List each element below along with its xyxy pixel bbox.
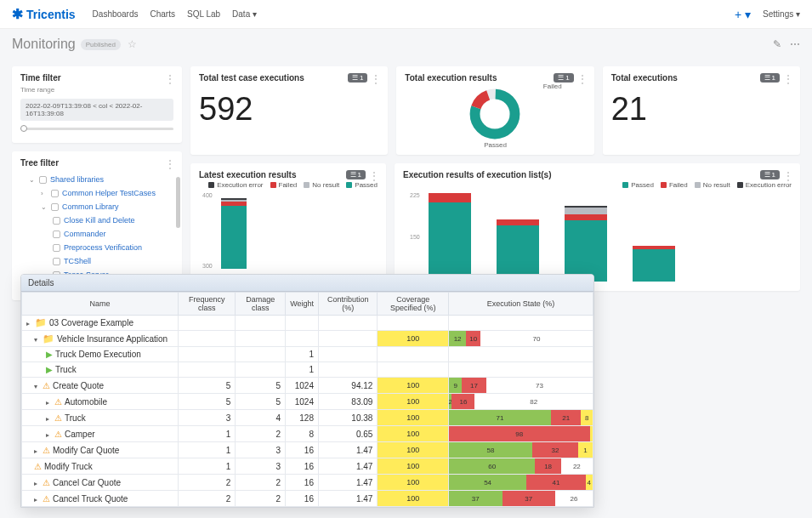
published-badge: Published bbox=[81, 39, 121, 50]
cell-weight: 16 bbox=[286, 458, 319, 475]
table-header-row: Name Frequency class Damage class Weight… bbox=[22, 293, 593, 316]
time-range-pill[interactable]: 2022-02-09T13:39:08 < col < 2022-02-16T1… bbox=[20, 99, 173, 121]
bar bbox=[429, 192, 471, 282]
cell-coverage bbox=[378, 316, 449, 331]
scrollbar[interactable] bbox=[176, 177, 180, 228]
slider-handle-icon[interactable] bbox=[20, 125, 27, 132]
tree-toggle-icon[interactable]: ▾ bbox=[34, 383, 41, 390]
filter-badge[interactable]: ☰ 1 bbox=[760, 73, 780, 83]
new-button[interactable]: + ▾ bbox=[735, 8, 751, 21]
logo-icon: ✱ bbox=[12, 6, 23, 22]
checkbox-icon[interactable] bbox=[39, 176, 47, 184]
tree-item[interactable]: ⌄Common Library bbox=[20, 200, 173, 213]
cell-coverage: 100 bbox=[378, 394, 449, 410]
tree-item[interactable]: ⌄Shared libraries bbox=[20, 173, 173, 186]
cell-dmg: 4 bbox=[236, 410, 286, 426]
checkbox-icon[interactable] bbox=[51, 190, 59, 197]
checkbox-icon[interactable] bbox=[51, 203, 59, 211]
latest-exec-results-panel: Latest execution results ☰ 1 ⋮ Execution… bbox=[190, 163, 386, 291]
table-row[interactable]: ▸⚠Camper1280.6510098 bbox=[22, 426, 593, 442]
panel-menu-icon[interactable]: ⋮ bbox=[369, 170, 379, 182]
cell-dmg bbox=[236, 316, 286, 331]
checkbox-icon[interactable] bbox=[53, 231, 60, 238]
row-name: 03 Coverage Example bbox=[49, 318, 133, 327]
cell-dmg: 3 bbox=[236, 442, 286, 458]
cell-dmg: 2 bbox=[236, 475, 286, 491]
table-row[interactable]: ▸⚠Cancel Truck Quote22161.47100373726 bbox=[22, 491, 593, 507]
nav-charts[interactable]: Charts bbox=[150, 9, 175, 19]
folder-icon: 📁 bbox=[35, 317, 47, 327]
tree-toggle-icon[interactable]: ▸ bbox=[26, 320, 33, 327]
cell-dmg: 2 bbox=[236, 426, 286, 442]
filter-badge[interactable]: ☰ 1 bbox=[348, 73, 367, 83]
checkbox-icon[interactable] bbox=[53, 217, 60, 225]
warn-icon: ⚠ bbox=[54, 413, 62, 423]
kpi-value: 21 bbox=[611, 91, 792, 128]
table-row[interactable]: ▸⚠Modify Car Quote13161.4710058321 bbox=[22, 442, 593, 458]
edit-icon[interactable]: ✎ bbox=[773, 38, 781, 50]
col-dmg[interactable]: Damage class bbox=[236, 293, 286, 316]
table-row[interactable]: ▸⚠Cancel Car Quote22161.4710054414 bbox=[22, 475, 593, 491]
table-row[interactable]: ▸📁03 Coverage Example bbox=[22, 316, 593, 331]
tree-item[interactable]: Close Kill and Delete bbox=[20, 213, 173, 227]
panel-menu-icon[interactable]: ⋮ bbox=[165, 158, 175, 170]
panel-menu-icon[interactable]: ⋮ bbox=[783, 73, 793, 85]
exec-results-lists-panel: Execution results of execution list(s) ☰… bbox=[395, 163, 800, 291]
table-row[interactable]: ▾⚠Create Quote55102494.1210091773 bbox=[22, 378, 593, 394]
checkbox-icon[interactable] bbox=[53, 244, 60, 252]
kpi-total-executions: Total executions ☰ 1 ⋮ 21 bbox=[603, 66, 800, 155]
tree-item[interactable]: TCShell bbox=[20, 254, 173, 268]
cell-dmg: 2 bbox=[236, 491, 286, 507]
table-row[interactable]: ▸⚠Automobile55102483.0910021682 bbox=[22, 394, 593, 410]
col-exec[interactable]: Execution State (%) bbox=[449, 293, 593, 316]
table-row[interactable]: ⚠Modify Truck13161.47100601822 bbox=[22, 458, 593, 475]
nav-dashboards[interactable]: Dashboards bbox=[93, 9, 139, 19]
table-row[interactable]: ▶Truck1 bbox=[22, 362, 593, 378]
brand-logo[interactable]: ✱ Tricentis bbox=[12, 6, 76, 22]
time-slider[interactable] bbox=[20, 128, 173, 136]
cell-coverage: 100 bbox=[378, 378, 449, 394]
nav-data[interactable]: Data ▾ bbox=[232, 9, 257, 19]
cell-exec-state bbox=[449, 316, 593, 331]
tree-toggle-icon[interactable]: ▸ bbox=[34, 480, 41, 487]
nav-sqllab[interactable]: SQL Lab bbox=[187, 9, 220, 19]
time-filter-panel: Time filter ⋮ Time range 2022-02-09T13:3… bbox=[12, 66, 182, 143]
page-header: Monitoring Published ☆ ✎ ⋯ bbox=[0, 29, 812, 60]
col-weight[interactable]: Weight bbox=[286, 293, 319, 316]
tree-toggle-icon[interactable]: ▾ bbox=[34, 336, 41, 344]
tree-item[interactable]: Preprocess Verification bbox=[20, 241, 173, 254]
table-row[interactable]: ▸⚠Truck3412810.3810071218 bbox=[22, 410, 593, 426]
filter-badge[interactable]: ☰ 1 bbox=[554, 73, 573, 83]
panel-menu-icon[interactable]: ⋮ bbox=[371, 73, 381, 85]
favorite-star-icon[interactable]: ☆ bbox=[128, 38, 137, 50]
checkbox-icon[interactable] bbox=[53, 258, 60, 265]
tree-toggle-icon[interactable]: ▸ bbox=[46, 431, 53, 439]
tree-toggle-icon[interactable]: ▸ bbox=[46, 399, 53, 407]
cell-freq bbox=[179, 316, 236, 331]
tree-toggle-icon[interactable]: ▸ bbox=[46, 415, 53, 423]
tree-item[interactable]: ›Common Helper TestCases bbox=[20, 186, 173, 200]
tree-item[interactable]: Commander bbox=[20, 227, 173, 241]
filter-badge[interactable]: ☰ 1 bbox=[760, 170, 780, 179]
tree-list: ⌄Shared libraries ›Common Helper TestCas… bbox=[20, 173, 173, 282]
tree-toggle-icon[interactable]: ▸ bbox=[34, 496, 41, 504]
cell-contrib: 0.65 bbox=[318, 426, 377, 442]
panel-menu-icon[interactable]: ⋮ bbox=[165, 73, 175, 85]
chart-title: Execution results of execution list(s) bbox=[403, 170, 792, 179]
table-row[interactable]: ▾📁Vehicle Insurance Application100121070 bbox=[22, 331, 593, 347]
filter-badge[interactable]: ☰ 1 bbox=[346, 170, 366, 179]
more-icon[interactable]: ⋯ bbox=[790, 38, 800, 50]
cell-contrib bbox=[318, 316, 377, 331]
col-freq[interactable]: Frequency class bbox=[179, 293, 236, 316]
table-row[interactable]: ▶Truck Demo Execution1 bbox=[22, 347, 593, 362]
bar bbox=[221, 192, 247, 269]
tree-toggle-icon[interactable]: ▸ bbox=[34, 447, 41, 455]
col-contrib[interactable]: Contribution (%) bbox=[318, 293, 377, 316]
nav-settings[interactable]: Settings ▾ bbox=[763, 9, 800, 19]
col-cov[interactable]: Coverage Specified (%) bbox=[378, 293, 449, 316]
time-filter-title: Time filter bbox=[20, 73, 173, 83]
y-axis: 400300 bbox=[202, 192, 213, 269]
cell-dmg: 5 bbox=[236, 394, 286, 410]
panel-menu-icon[interactable]: ⋮ bbox=[783, 170, 793, 182]
col-name[interactable]: Name bbox=[22, 293, 179, 316]
